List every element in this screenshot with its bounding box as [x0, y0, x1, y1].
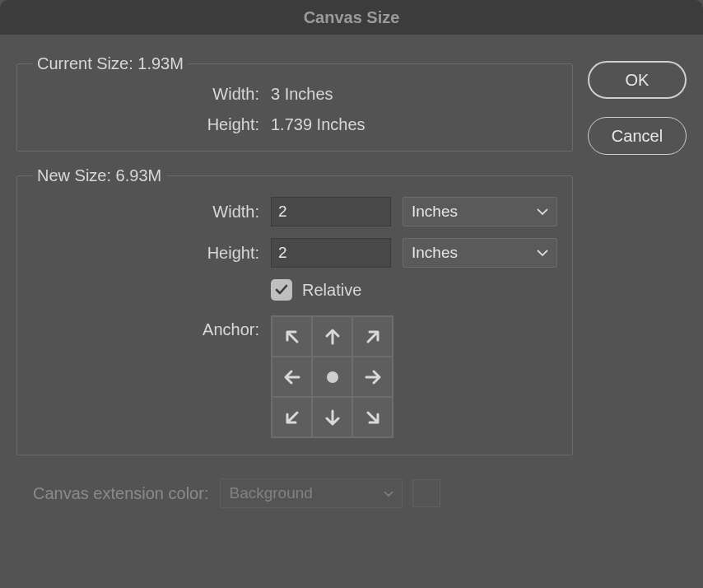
chevron-down-icon — [537, 208, 548, 216]
arrow-left-icon — [281, 366, 304, 389]
new-width-row: Width: Inches — [32, 197, 557, 226]
extension-color-row: Canvas extension color: Background — [16, 470, 573, 508]
cancel-button-label: Cancel — [612, 127, 663, 146]
new-width-unit-select[interactable]: Inches — [403, 197, 557, 226]
current-size-legend: Current Size: 1.93M — [32, 54, 189, 73]
arrow-down-left-icon — [281, 406, 304, 429]
current-height-label: Height: — [32, 115, 271, 134]
relative-row: Relative — [32, 279, 557, 301]
current-size-group: Current Size: 1.93M Width: 3 Inches Heig… — [16, 54, 573, 152]
current-height-row: Height: 1.739 Inches — [32, 115, 557, 134]
left-pane: Current Size: 1.93M Width: 3 Inches Heig… — [16, 54, 573, 508]
new-height-row: Height: Inches — [32, 238, 557, 268]
extension-color-value: Background — [229, 484, 312, 502]
extension-color-select[interactable]: Background — [220, 478, 403, 508]
current-height-value: 1.739 Inches — [271, 115, 365, 134]
anchor-bottom[interactable] — [313, 398, 352, 436]
extension-color-swatch[interactable] — [412, 479, 440, 507]
arrow-up-icon — [321, 325, 344, 348]
new-height-input[interactable] — [271, 238, 391, 268]
anchor-center-dot-icon — [327, 371, 338, 383]
arrow-up-right-icon — [361, 325, 384, 348]
anchor-top[interactable] — [313, 317, 352, 356]
new-height-label: Height: — [32, 244, 271, 263]
arrow-right-icon — [361, 366, 384, 389]
relative-checkbox[interactable] — [271, 279, 292, 301]
anchor-label: Anchor: — [32, 315, 271, 339]
arrow-down-icon — [321, 406, 344, 429]
chevron-down-icon — [384, 490, 393, 497]
current-width-value: 3 Inches — [271, 85, 333, 104]
anchor-bottom-right[interactable] — [353, 398, 392, 436]
current-width-label: Width: — [32, 85, 271, 104]
arrow-up-left-icon — [281, 325, 304, 348]
anchor-top-left[interactable] — [272, 317, 311, 356]
extension-color-label: Canvas extension color: — [33, 484, 208, 503]
anchor-left[interactable] — [272, 357, 311, 396]
chevron-down-icon — [537, 249, 548, 257]
dialog-titlebar: Canvas Size — [0, 0, 703, 35]
current-width-row: Width: 3 Inches — [32, 85, 557, 104]
new-height-unit-select[interactable]: Inches — [403, 238, 557, 268]
anchor-row: Anchor: — [32, 315, 557, 438]
new-height-unit-value: Inches — [412, 244, 458, 262]
canvas-size-dialog: Canvas Size Current Size: 1.93M Width: 3… — [0, 0, 703, 588]
ok-button[interactable]: OK — [588, 61, 687, 99]
right-pane: OK Cancel — [588, 54, 687, 508]
anchor-bottom-left[interactable] — [272, 398, 311, 436]
cancel-button[interactable]: Cancel — [588, 117, 687, 155]
anchor-center[interactable] — [313, 357, 352, 396]
dialog-title: Canvas Size — [304, 8, 400, 27]
dialog-content: Current Size: 1.93M Width: 3 Inches Heig… — [0, 35, 703, 525]
anchor-top-right[interactable] — [353, 317, 392, 356]
anchor-grid — [271, 315, 393, 438]
new-size-legend: New Size: 6.93M — [32, 166, 166, 185]
check-icon — [274, 282, 289, 297]
relative-label: Relative — [302, 281, 361, 300]
new-width-label: Width: — [32, 203, 271, 222]
arrow-down-right-icon — [361, 406, 384, 429]
ok-button-label: OK — [626, 71, 649, 90]
new-size-group: New Size: 6.93M Width: Inches Height: — [16, 166, 573, 455]
new-width-input[interactable] — [271, 197, 391, 226]
new-width-unit-value: Inches — [412, 203, 458, 221]
anchor-right[interactable] — [353, 357, 392, 396]
